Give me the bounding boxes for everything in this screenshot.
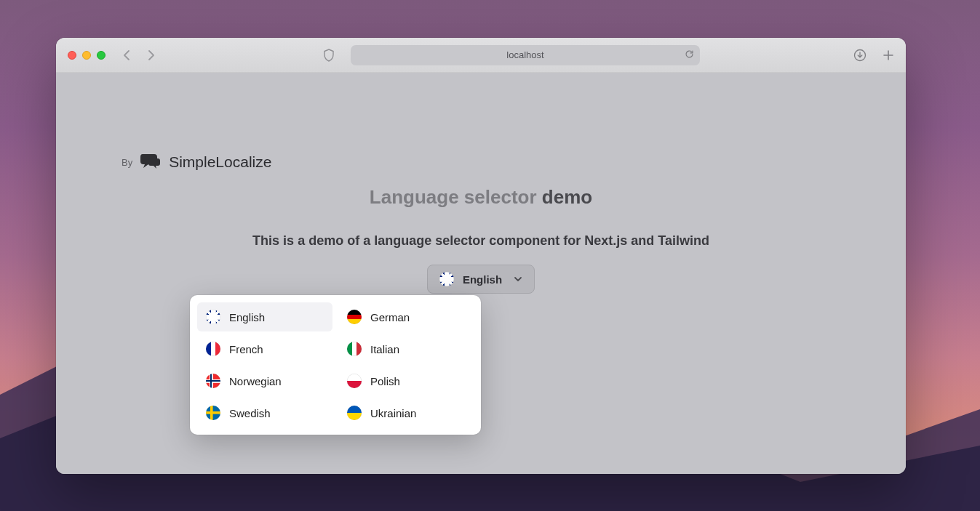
language-option-label: Italian bbox=[370, 343, 399, 355]
window-close-button[interactable] bbox=[68, 51, 76, 60]
flag-ua-icon bbox=[347, 406, 362, 420]
hero-section: Language selector demo This is a demo of… bbox=[56, 186, 906, 294]
selected-language-flag-icon bbox=[439, 272, 454, 286]
title-bold: demo bbox=[542, 186, 592, 208]
url-text: localhost bbox=[506, 49, 543, 60]
language-option-pl[interactable]: Polish bbox=[338, 366, 474, 395]
language-option-ua[interactable]: Ukrainian bbox=[338, 398, 474, 427]
byline-prefix: By bbox=[121, 157, 132, 168]
flag-it-icon bbox=[347, 342, 362, 356]
chevron-down-icon bbox=[514, 273, 522, 286]
window-minimize-button[interactable] bbox=[82, 51, 91, 60]
language-option-no[interactable]: Norwegian bbox=[197, 366, 332, 395]
selected-language-label: English bbox=[463, 273, 502, 286]
downloads-icon[interactable] bbox=[853, 49, 867, 62]
reload-icon[interactable] bbox=[685, 49, 694, 61]
language-dropdown: EnglishGermanFrenchItalianNorwegianPolis… bbox=[190, 295, 481, 435]
language-option-label: French bbox=[229, 343, 263, 355]
language-option-fr[interactable]: French bbox=[197, 334, 332, 363]
url-bar[interactable]: localhost bbox=[351, 45, 700, 65]
language-option-se[interactable]: Swedish bbox=[197, 398, 332, 427]
browser-window: localhost By SimpleLocalize bbox=[56, 38, 906, 474]
flag-se-icon bbox=[206, 406, 220, 420]
nav-back-button[interactable] bbox=[123, 49, 132, 61]
window-controls bbox=[68, 51, 105, 60]
language-option-it[interactable]: Italian bbox=[338, 334, 474, 363]
language-selector-button[interactable]: English bbox=[427, 265, 535, 294]
nav-arrows bbox=[123, 49, 155, 61]
language-option-label: Swedish bbox=[229, 407, 271, 419]
page-subtitle: This is a demo of a language selector co… bbox=[56, 233, 906, 249]
flag-de-icon bbox=[347, 310, 362, 324]
nav-forward-button[interactable] bbox=[146, 49, 155, 61]
simplelocalize-logo-icon bbox=[140, 153, 162, 172]
language-option-label: German bbox=[370, 311, 410, 323]
language-option-label: Polish bbox=[370, 375, 400, 387]
browser-titlebar: localhost bbox=[56, 38, 906, 73]
language-option-gb[interactable]: English bbox=[197, 302, 332, 331]
flag-no-icon bbox=[206, 374, 220, 388]
flag-fr-icon bbox=[206, 342, 220, 356]
page-content: By SimpleLocalize Language selector demo… bbox=[56, 73, 906, 474]
page-title: Language selector demo bbox=[56, 186, 906, 209]
new-tab-icon[interactable] bbox=[883, 49, 894, 61]
privacy-shield-icon[interactable] bbox=[323, 49, 335, 62]
language-option-label: Ukrainian bbox=[370, 407, 416, 419]
title-light: Language selector bbox=[370, 186, 542, 208]
language-option-label: Norwegian bbox=[229, 375, 282, 387]
byline: By SimpleLocalize bbox=[121, 153, 271, 172]
brand-name: SimpleLocalize bbox=[169, 153, 271, 171]
flag-gb-icon bbox=[206, 310, 220, 324]
flag-pl-icon bbox=[347, 374, 362, 388]
language-option-de[interactable]: German bbox=[338, 302, 474, 331]
language-option-label: English bbox=[229, 311, 265, 323]
window-zoom-button[interactable] bbox=[97, 51, 105, 60]
